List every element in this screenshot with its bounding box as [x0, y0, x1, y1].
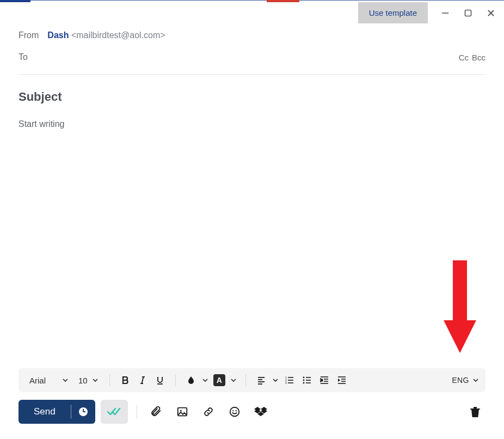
chevron-down-icon: [272, 377, 279, 383]
svg-text:3: 3: [285, 381, 287, 385]
trash-icon: [470, 406, 481, 418]
align-left-icon: [256, 375, 266, 385]
attach-file-button[interactable]: [146, 401, 167, 422]
chevron-down-icon: [92, 377, 99, 383]
double-check-icon: [107, 406, 122, 417]
svg-line-8: [142, 377, 143, 383]
smiley-icon: [229, 406, 241, 418]
from-row[interactable]: From Dash <mailbirdtest@aol.com>: [19, 31, 485, 40]
insert-link-button[interactable]: [198, 401, 219, 422]
separator: [109, 374, 110, 386]
insert-image-button[interactable]: [172, 401, 193, 422]
font-size-select[interactable]: 10: [75, 376, 102, 385]
schedule-send-button[interactable]: [71, 406, 95, 417]
bottom-toolbar: Send: [0, 400, 504, 439]
chevron-down-icon: [202, 377, 208, 383]
bold-icon: [120, 375, 130, 385]
from-email: <mailbirdtest@aol.com>: [71, 31, 165, 40]
svg-point-20: [303, 377, 304, 379]
subject-input[interactable]: [19, 90, 485, 104]
use-template-button[interactable]: Use template: [358, 2, 428, 23]
align-button[interactable]: [254, 373, 269, 388]
svg-point-43: [232, 410, 233, 411]
cc-bcc-controls: Cc Bcc: [459, 53, 485, 62]
dropbox-icon: [254, 406, 267, 418]
discard-button[interactable]: [465, 401, 485, 422]
window-top-accent: [0, 0, 504, 2]
chevron-down-icon: [472, 377, 479, 383]
body-textarea[interactable]: [19, 119, 485, 368]
emoji-button[interactable]: [224, 401, 245, 422]
from-value: Dash <mailbirdtest@aol.com>: [47, 31, 165, 40]
separator: [245, 374, 246, 386]
from-name: Dash: [47, 31, 69, 40]
image-icon: [176, 406, 188, 418]
language-value: ENG: [452, 376, 469, 385]
ordered-list-button[interactable]: 1 2 3: [282, 373, 297, 388]
outdent-button[interactable]: [317, 373, 332, 388]
send-label: Send: [19, 406, 71, 417]
indent-icon: [337, 375, 347, 385]
bcc-button[interactable]: Bcc: [472, 53, 485, 62]
highlight-dropdown[interactable]: [229, 373, 238, 388]
to-label: To: [19, 52, 28, 62]
maximize-icon: [464, 9, 472, 17]
link-icon: [202, 406, 214, 418]
cc-button[interactable]: Cc: [459, 53, 469, 62]
to-input[interactable]: [36, 52, 459, 62]
outdent-icon: [319, 375, 329, 385]
compose-window: Use template From Dash <mailbirdtest@aol…: [0, 0, 504, 439]
send-button[interactable]: Send: [19, 400, 95, 424]
font-family-select[interactable]: Arial: [25, 376, 73, 385]
ordered-list-icon: 1 2 3: [285, 375, 294, 385]
svg-point-41: [180, 410, 182, 412]
unordered-list-button[interactable]: [299, 373, 315, 388]
subject-row: [19, 90, 485, 104]
svg-point-44: [235, 410, 236, 411]
svg-rect-1: [465, 10, 471, 16]
body-area: [0, 119, 504, 368]
font-color-button[interactable]: [183, 373, 199, 388]
minimize-button[interactable]: [440, 8, 451, 19]
clock-icon: [78, 406, 89, 417]
chevron-down-icon: [62, 377, 69, 383]
close-icon: [487, 9, 495, 17]
svg-marker-36: [338, 379, 340, 382]
italic-button[interactable]: [135, 373, 150, 388]
align-dropdown[interactable]: [271, 373, 280, 388]
font-color-dropdown[interactable]: [201, 373, 210, 388]
underline-icon: [155, 375, 165, 385]
svg-point-24: [303, 382, 304, 384]
svg-point-22: [303, 380, 304, 381]
separator: [137, 405, 137, 419]
read-receipt-button[interactable]: [101, 400, 128, 424]
separator: [175, 374, 176, 386]
unordered-list-icon: [302, 375, 312, 385]
language-select[interactable]: ENG: [452, 376, 479, 385]
from-label: From: [19, 31, 39, 40]
minimize-icon: [441, 9, 450, 17]
italic-icon: [138, 375, 147, 385]
window-controls: [440, 8, 496, 19]
svg-rect-51: [470, 408, 480, 410]
paperclip-icon: [150, 406, 162, 418]
font-family-value: Arial: [29, 376, 46, 385]
highlight-button[interactable]: A: [212, 373, 227, 388]
window-titlebar: Use template: [0, 2, 504, 24]
chevron-down-icon: [230, 377, 237, 383]
droplet-icon: [186, 375, 196, 385]
indent-button[interactable]: [334, 373, 349, 388]
svg-rect-50: [474, 407, 477, 408]
close-button[interactable]: [485, 8, 496, 19]
highlight-icon: A: [213, 374, 225, 386]
svg-point-42: [230, 407, 239, 417]
formatting-toolbar: Arial 10 A: [19, 368, 485, 392]
underline-button[interactable]: [152, 373, 168, 388]
bold-button[interactable]: [118, 373, 133, 388]
maximize-button[interactable]: [463, 8, 474, 19]
to-row: To Cc Bcc: [19, 52, 485, 75]
dropbox-button[interactable]: [250, 401, 271, 422]
font-size-value: 10: [78, 376, 88, 385]
header-fields: From Dash <mailbirdtest@aol.com> To Cc B…: [0, 24, 504, 104]
